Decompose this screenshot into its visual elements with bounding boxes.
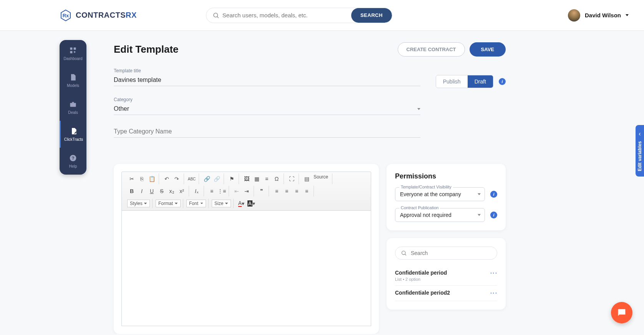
cut-icon[interactable]: ✂ bbox=[127, 174, 136, 183]
source-icon[interactable]: ▤ bbox=[302, 174, 311, 183]
removeformat-icon[interactable]: Iₓ bbox=[192, 187, 201, 196]
sidebar-item-label: Help bbox=[69, 164, 77, 168]
search-icon bbox=[401, 250, 407, 256]
info-icon[interactable]: i bbox=[499, 78, 506, 85]
user-menu[interactable]: David Wilson bbox=[568, 9, 629, 22]
svg-text:Rx: Rx bbox=[63, 13, 69, 18]
category-select[interactable] bbox=[114, 103, 420, 115]
italic-icon[interactable]: I bbox=[137, 187, 146, 196]
template-title-input[interactable] bbox=[114, 74, 420, 86]
blockquote-icon[interactable]: ❞ bbox=[257, 187, 266, 196]
redo-icon[interactable]: ↷ bbox=[172, 174, 181, 183]
chevron-down-icon bbox=[626, 14, 629, 16]
more-icon[interactable]: ⋮ bbox=[490, 270, 497, 276]
source-label[interactable]: Source bbox=[312, 174, 330, 183]
unlink-icon[interactable]: 🔗 bbox=[212, 174, 221, 183]
search-bar: SEARCH bbox=[206, 8, 392, 23]
save-button[interactable]: SAVE bbox=[470, 42, 506, 57]
hr-icon[interactable]: ≡ bbox=[262, 174, 271, 183]
search-button[interactable]: SEARCH bbox=[351, 8, 392, 23]
indent-icon[interactable]: ⇥ bbox=[242, 187, 251, 196]
permissions-panel: Permissions Template/Contract Visibility… bbox=[387, 164, 506, 230]
visibility-select[interactable]: Template/Contract Visibility Everyone at… bbox=[395, 187, 485, 201]
toggle-draft[interactable]: Draft bbox=[468, 75, 493, 88]
info-icon[interactable]: i bbox=[490, 212, 497, 218]
spellcheck-icon[interactable]: ABC bbox=[187, 174, 196, 183]
sidebar-item-models[interactable]: Models bbox=[60, 67, 86, 94]
toggle-publish[interactable]: Publish bbox=[436, 75, 468, 88]
underline-icon[interactable]: U bbox=[147, 187, 156, 196]
publication-value: Approval not required bbox=[400, 212, 451, 218]
sidebar-item-label: Deals bbox=[68, 110, 78, 115]
category-name-input[interactable] bbox=[114, 126, 420, 138]
sidebar-item-help[interactable]: ? Help bbox=[60, 148, 86, 175]
publication-field: Contract Publication Approval not requir… bbox=[395, 208, 497, 222]
header-actions: CREATE CONTRACT SAVE bbox=[398, 42, 506, 57]
font-select[interactable]: Font bbox=[186, 200, 206, 207]
document-icon bbox=[69, 73, 77, 81]
sidebar-item-deals[interactable]: Deals bbox=[60, 94, 86, 121]
alignleft-icon[interactable]: ≡ bbox=[272, 187, 281, 196]
outdent-icon[interactable]: ⇤ bbox=[232, 187, 241, 196]
sidebar-item-label: ClickTracts bbox=[64, 137, 83, 142]
link-icon[interactable]: 🔗 bbox=[202, 174, 211, 183]
create-contract-button[interactable]: CREATE CONTRACT bbox=[398, 42, 465, 57]
copy-icon[interactable]: ⎘ bbox=[137, 174, 146, 183]
superscript-icon[interactable]: x² bbox=[177, 187, 186, 196]
editor-body[interactable] bbox=[121, 211, 371, 326]
svg-point-2 bbox=[214, 13, 218, 17]
variables-search-input[interactable] bbox=[411, 250, 491, 256]
chevron-down-icon bbox=[478, 193, 481, 195]
subscript-icon[interactable]: x₂ bbox=[167, 187, 176, 196]
specialchar-icon[interactable]: Ω bbox=[272, 174, 281, 183]
sidebar-item-label: Models bbox=[67, 83, 79, 88]
help-icon: ? bbox=[69, 154, 77, 162]
svg-text:?: ? bbox=[71, 155, 74, 160]
publish-toggle-wrap: Publish Draft i bbox=[436, 75, 506, 88]
paste-icon[interactable]: 📋 bbox=[147, 174, 156, 183]
table-icon[interactable]: ▦ bbox=[252, 174, 261, 183]
styles-select[interactable]: Styles bbox=[127, 200, 150, 207]
numberedlist-icon[interactable]: ≡ bbox=[207, 187, 216, 196]
strike-icon[interactable]: S bbox=[157, 187, 166, 196]
right-column: Permissions Template/Contract Visibility… bbox=[387, 164, 506, 334]
dashboard-icon bbox=[69, 47, 77, 54]
visibility-value: Everyone at the company bbox=[400, 191, 461, 197]
chat-widget[interactable] bbox=[611, 302, 632, 323]
info-icon[interactable]: i bbox=[490, 191, 497, 198]
logo[interactable]: Rx CONTRACTSRX bbox=[60, 9, 137, 22]
image-icon[interactable]: 🖼 bbox=[242, 174, 251, 183]
format-select[interactable]: Format bbox=[156, 200, 181, 207]
size-select[interactable]: Size bbox=[212, 200, 231, 207]
undo-icon[interactable]: ↶ bbox=[162, 174, 171, 183]
aligncenter-icon[interactable]: ≡ bbox=[282, 187, 291, 196]
page-title: Edit Template bbox=[114, 43, 179, 55]
app-header: Rx CONTRACTSRX SEARCH David Wilson bbox=[0, 0, 644, 31]
variables-search[interactable] bbox=[395, 247, 497, 260]
variable-item[interactable]: Confidentiale period2 ⋮ bbox=[395, 286, 497, 301]
editor-card: ✂ ⎘ 📋 ↶ ↷ ABC 🔗 🔗 ⚑ bbox=[114, 164, 379, 334]
bgcolor-icon[interactable]: A ▾ bbox=[247, 199, 256, 208]
variable-item[interactable]: Confidentiale period List • 2 option ⋮ bbox=[395, 266, 497, 286]
maximize-icon[interactable]: ⛶ bbox=[287, 174, 296, 183]
editor-row: ✂ ⎘ 📋 ↶ ↷ ABC 🔗 🔗 ⚑ bbox=[114, 164, 506, 334]
svg-line-11 bbox=[405, 254, 406, 255]
permissions-title: Permissions bbox=[395, 172, 497, 180]
svg-rect-5 bbox=[74, 47, 76, 50]
alignjustify-icon[interactable]: ≡ bbox=[302, 187, 311, 196]
publication-select[interactable]: Contract Publication Approval not requir… bbox=[395, 208, 485, 222]
bulletedlist-icon[interactable]: ⋮≡ bbox=[217, 187, 226, 196]
anchor-icon[interactable]: ⚑ bbox=[227, 174, 236, 183]
more-icon[interactable]: ⋮ bbox=[490, 290, 497, 296]
briefcase-icon bbox=[69, 100, 77, 108]
sidebar-item-clicktracts[interactable]: ClickTracts bbox=[60, 121, 86, 148]
variables-panel: Confidentiale period List • 2 option ⋮ C… bbox=[387, 238, 506, 310]
page-header: Edit Template CREATE CONTRACT SAVE bbox=[114, 42, 506, 57]
bold-icon[interactable]: B bbox=[127, 187, 136, 196]
textcolor-icon[interactable]: A ▾ bbox=[237, 199, 246, 208]
alignright-icon[interactable]: ≡ bbox=[292, 187, 301, 196]
search-input[interactable] bbox=[219, 12, 351, 18]
chevron-down-icon bbox=[417, 108, 420, 110]
edit-variables-tab[interactable]: ‹ Edit variables bbox=[636, 125, 644, 177]
sidebar-item-dashboard[interactable]: Dashboard bbox=[60, 40, 86, 67]
